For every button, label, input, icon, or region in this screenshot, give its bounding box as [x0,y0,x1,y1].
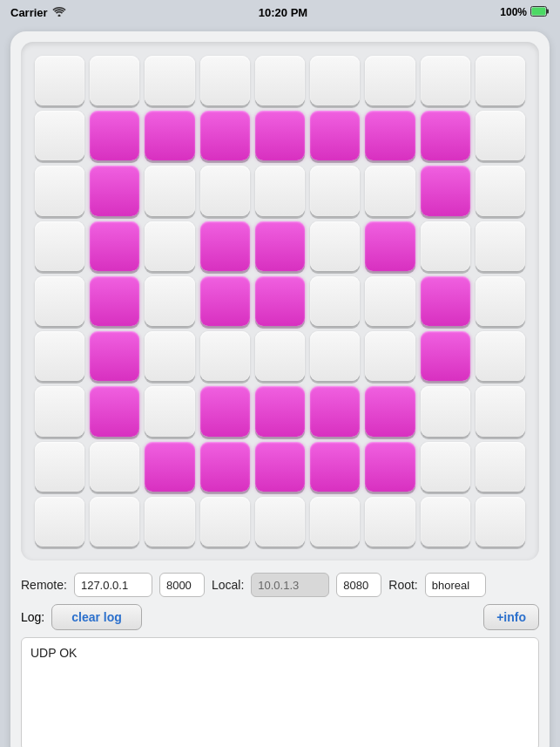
grid-btn-1-5[interactable] [310,111,360,160]
grid-btn-8-1[interactable] [90,497,139,547]
grid-btn-1-4[interactable] [255,111,305,160]
grid-btn-1-1[interactable] [90,111,139,160]
grid-btn-7-8[interactable] [476,442,525,492]
grid-btn-0-1[interactable] [90,56,139,105]
grid-btn-5-1[interactable] [90,331,139,381]
grid-btn-6-6[interactable] [365,386,415,436]
grid-btn-6-5[interactable] [310,386,360,436]
grid-btn-4-2[interactable] [145,276,194,326]
grid-btn-5-4[interactable] [255,331,305,381]
grid-btn-2-1[interactable] [90,166,139,215]
info-button[interactable]: +info [483,604,539,630]
grid-btn-6-7[interactable] [421,386,470,436]
grid-btn-5-2[interactable] [145,331,194,381]
controls-row: Remote: Local: Root: [21,573,539,597]
grid-btn-8-7[interactable] [421,497,470,547]
grid-btn-1-7[interactable] [421,111,470,160]
remote-port-input[interactable] [159,573,205,597]
grid-btn-7-4[interactable] [255,442,305,492]
grid-btn-7-0[interactable] [35,442,84,492]
grid-btn-3-3[interactable] [200,221,250,271]
grid-btn-5-5[interactable] [310,331,360,381]
grid-btn-4-8[interactable] [476,276,525,326]
grid-btn-8-8[interactable] [476,497,525,547]
grid-btn-2-6[interactable] [365,166,415,215]
grid-btn-5-7[interactable] [421,331,470,381]
grid-btn-3-1[interactable] [90,221,139,271]
grid-btn-2-5[interactable] [310,166,360,215]
grid-btn-3-6[interactable] [365,221,415,271]
grid-btn-0-5[interactable] [310,56,360,105]
button-grid [35,56,525,547]
svg-rect-2 [547,9,550,13]
grid-btn-6-1[interactable] [90,386,139,436]
grid-btn-2-4[interactable] [255,166,305,215]
grid-btn-3-4[interactable] [255,221,305,271]
grid-btn-5-0[interactable] [35,331,84,381]
carrier-label: Carrier [10,6,48,19]
grid-btn-1-3[interactable] [200,111,250,160]
grid-btn-0-3[interactable] [200,56,250,105]
grid-btn-7-6[interactable] [365,442,415,492]
grid-btn-2-3[interactable] [200,166,250,215]
grid-btn-4-6[interactable] [365,276,415,326]
grid-btn-6-8[interactable] [476,386,525,436]
grid-btn-4-0[interactable] [35,276,84,326]
wifi-icon [52,6,66,19]
grid-btn-3-8[interactable] [476,221,525,271]
grid-btn-8-3[interactable] [200,497,250,547]
grid-btn-0-0[interactable] [35,56,84,105]
grid-btn-7-1[interactable] [90,442,139,492]
grid-btn-3-0[interactable] [35,221,84,271]
grid-btn-2-2[interactable] [145,166,194,215]
grid-btn-4-5[interactable] [310,276,360,326]
grid-btn-4-1[interactable] [90,276,139,326]
grid-btn-0-8[interactable] [476,56,525,105]
battery-icon [530,6,550,19]
grid-btn-2-0[interactable] [35,166,84,215]
grid-btn-2-7[interactable] [421,166,470,215]
grid-btn-6-2[interactable] [145,386,194,436]
grid-btn-7-7[interactable] [421,442,470,492]
root-label: Root: [388,578,417,592]
remote-ip-input[interactable] [74,573,152,597]
grid-btn-1-8[interactable] [476,111,525,160]
grid-btn-5-3[interactable] [200,331,250,381]
log-row: Log: clear log +info [21,604,539,630]
grid-btn-4-7[interactable] [421,276,470,326]
grid-btn-4-4[interactable] [255,276,305,326]
grid-btn-8-5[interactable] [310,497,360,547]
grid-btn-6-0[interactable] [35,386,84,436]
grid-btn-8-0[interactable] [35,497,84,547]
grid-btn-3-7[interactable] [421,221,470,271]
log-area: UDP OK [21,637,539,747]
grid-btn-8-6[interactable] [365,497,415,547]
grid-btn-3-2[interactable] [145,221,194,271]
grid-btn-4-3[interactable] [200,276,250,326]
svg-point-0 [57,14,60,17]
clear-log-button[interactable]: clear log [51,604,142,630]
local-port-input[interactable] [336,573,381,597]
svg-rect-3 [532,7,546,15]
grid-btn-0-4[interactable] [255,56,305,105]
grid-btn-7-2[interactable] [145,442,194,492]
grid-btn-6-3[interactable] [200,386,250,436]
grid-btn-5-8[interactable] [476,331,525,381]
grid-btn-0-2[interactable] [145,56,194,105]
grid-btn-0-7[interactable] [421,56,470,105]
status-time: 10:20 PM [259,6,307,19]
grid-btn-1-2[interactable] [145,111,194,160]
local-label: Local: [212,578,244,592]
grid-btn-1-6[interactable] [365,111,415,160]
grid-btn-8-2[interactable] [145,497,194,547]
grid-btn-5-6[interactable] [365,331,415,381]
grid-btn-8-4[interactable] [255,497,305,547]
grid-btn-2-8[interactable] [476,166,525,215]
grid-btn-1-0[interactable] [35,111,84,160]
grid-btn-3-5[interactable] [310,221,360,271]
grid-btn-7-5[interactable] [310,442,360,492]
grid-btn-7-3[interactable] [200,442,250,492]
grid-btn-6-4[interactable] [255,386,305,436]
root-input[interactable] [425,573,486,597]
grid-btn-0-6[interactable] [365,56,415,105]
